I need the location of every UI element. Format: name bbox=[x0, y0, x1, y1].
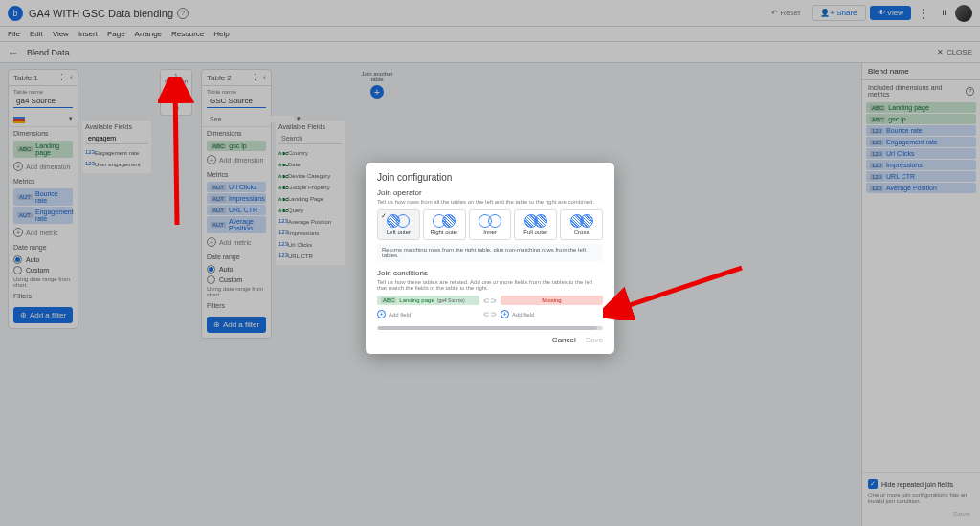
modal-overlay: Join configuration Join operator Tell us… bbox=[0, 0, 980, 526]
join-conditions-label: Join conditions bbox=[377, 269, 603, 277]
join-option-left-outer[interactable]: Left outer bbox=[377, 209, 420, 240]
join-description: Returns matching rows from the right tab… bbox=[377, 244, 603, 261]
cancel-button[interactable]: Cancel bbox=[552, 336, 576, 344]
join-option-right-outer[interactable]: Right outer bbox=[423, 209, 466, 240]
link-icon: ⊂⊃ bbox=[483, 310, 497, 318]
save-button-disabled: Save bbox=[586, 336, 603, 344]
add-field-right-button[interactable]: +Add field bbox=[501, 308, 603, 320]
join-operator-hint: Tell us how rows from all the tables on … bbox=[377, 199, 603, 205]
join-option-inner[interactable]: Inner bbox=[469, 209, 512, 240]
link-icon: ⊂⊃ bbox=[483, 296, 497, 305]
join-conditions-hint: Tell us how these tables are related. Ad… bbox=[377, 279, 603, 291]
modal-title: Join configuration bbox=[377, 172, 603, 183]
join-option-cross[interactable]: Cross bbox=[560, 209, 603, 240]
condition-right-field-missing[interactable]: Missing bbox=[501, 296, 603, 305]
join-config-modal: Join configuration Join operator Tell us… bbox=[366, 163, 614, 354]
join-options-row: Left outer Right outer Inner Full outer … bbox=[377, 209, 603, 240]
join-operator-label: Join operator bbox=[377, 188, 603, 197]
add-field-left-button[interactable]: +Add field bbox=[377, 308, 479, 320]
join-option-full-outer[interactable]: Full outer bbox=[514, 209, 557, 240]
modal-scrollbar[interactable] bbox=[377, 326, 603, 330]
condition-left-field[interactable]: ABCLanding page(ga4 Source) bbox=[377, 296, 479, 305]
